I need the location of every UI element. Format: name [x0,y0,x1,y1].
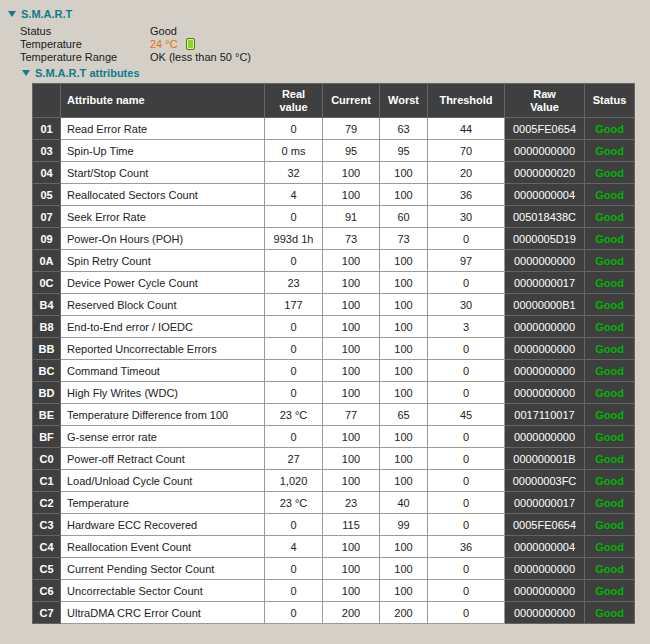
attribute-name: UltraDMA CRC Error Count [61,602,265,624]
table-row[interactable]: C0 Power-off Retract Count 27 100 100 0 … [33,448,635,470]
attribute-id: C2 [33,492,61,514]
real-value: 23 °C [265,492,323,514]
status-badge: Good [585,470,635,492]
table-row[interactable]: BE Temperature Difference from 100 23 °C… [33,404,635,426]
threshold-value: 3 [428,316,505,338]
smart-attributes-header[interactable]: S.M.A.R.T attributes [22,67,650,79]
attribute-id: 01 [33,118,61,140]
current-value: 100 [323,162,380,184]
raw-value: 00000000B1 [505,294,585,316]
threshold-value: 0 [428,448,505,470]
attribute-name: Command Timeout [61,360,265,382]
attribute-id: BE [33,404,61,426]
worst-value: 100 [380,316,428,338]
raw-value: 00000003FC [505,470,585,492]
attribute-id: C7 [33,602,61,624]
worst-value: 100 [380,360,428,382]
attribute-name: Power-On Hours (POH) [61,228,265,250]
attribute-name: Spin-Up Time [61,140,265,162]
status-badge: Good [585,338,635,360]
table-row[interactable]: 05 Reallocated Sectors Count 4 100 100 3… [33,184,635,206]
current-value: 100 [323,470,380,492]
status-badge: Good [585,360,635,382]
raw-value: 0005FE0654 [505,118,585,140]
table-row[interactable]: BD High Fly Writes (WDC) 0 100 100 0 000… [33,382,635,404]
raw-value: 0000000017 [505,272,585,294]
real-value: 0 [265,338,323,360]
temperature-range-row: Temperature Range OK (less than 50 °C) [20,50,650,63]
raw-value: 0017110017 [505,404,585,426]
raw-value: 0000000000 [505,580,585,602]
current-value: 95 [323,140,380,162]
threshold-value: 0 [428,470,505,492]
real-value: 0 [265,514,323,536]
raw-value: 005018438C [505,206,585,228]
attribute-id: C0 [33,448,61,470]
table-row[interactable]: 01 Read Error Rate 0 79 63 44 0005FE0654… [33,118,635,140]
status-badge: Good [585,580,635,602]
table-row[interactable]: BC Command Timeout 0 100 100 0 000000000… [33,360,635,382]
table-row[interactable]: C1 Load/Unload Cycle Count 1,020 100 100… [33,470,635,492]
attribute-id: 05 [33,184,61,206]
attribute-name: Reported Uncorrectable Errors [61,338,265,360]
worst-value: 100 [380,184,428,206]
current-value: 79 [323,118,380,140]
table-row[interactable]: 09 Power-On Hours (POH) 993d 1h 73 73 0 … [33,228,635,250]
raw-value: 0000000000 [505,426,585,448]
current-value: 100 [323,294,380,316]
table-row[interactable]: C3 Hardware ECC Recovered 0 115 99 0 000… [33,514,635,536]
table-row[interactable]: 0A Spin Retry Count 0 100 100 97 0000000… [33,250,635,272]
real-value: 0 [265,382,323,404]
current-value: 100 [323,536,380,558]
attribute-id: 0A [33,250,61,272]
raw-value: 0000000000 [505,250,585,272]
table-row[interactable]: C4 Reallocation Event Count 4 100 100 36… [33,536,635,558]
threshold-value: 0 [428,228,505,250]
table-row[interactable]: C5 Current Pending Sector Count 0 100 10… [33,558,635,580]
status-badge: Good [585,140,635,162]
table-row[interactable]: B4 Reserved Block Count 177 100 100 30 0… [33,294,635,316]
attribute-name: Power-off Retract Count [61,448,265,470]
real-value: 177 [265,294,323,316]
status-badge: Good [585,404,635,426]
current-value: 100 [323,272,380,294]
current-value: 115 [323,514,380,536]
real-value: 4 [265,184,323,206]
attribute-name: Read Error Rate [61,118,265,140]
worst-value: 100 [380,470,428,492]
raw-value: 0000000004 [505,536,585,558]
table-row[interactable]: C2 Temperature 23 °C 23 40 0 0000000017 … [33,492,635,514]
table-row[interactable]: 0C Device Power Cycle Count 23 100 100 0… [33,272,635,294]
table-row[interactable]: 04 Start/Stop Count 32 100 100 20 000000… [33,162,635,184]
raw-value: 0000005D19 [505,228,585,250]
real-value: 0 [265,316,323,338]
table-row[interactable]: B8 End-to-End error / IOEDC 0 100 100 3 … [33,316,635,338]
status-row: Status Good [20,24,650,37]
table-row[interactable]: C7 UltraDMA CRC Error Count 0 200 200 0 … [33,602,635,624]
raw-value: 0000000000 [505,558,585,580]
threshold-value: 44 [428,118,505,140]
attribute-name: G-sense error rate [61,426,265,448]
raw-value: 0000000000 [505,360,585,382]
status-badge: Good [585,382,635,404]
threshold-value: 45 [428,404,505,426]
table-row[interactable]: 03 Spin-Up Time 0 ms 95 95 70 0000000000… [33,140,635,162]
worst-value: 65 [380,404,428,426]
table-row[interactable]: C6 Uncorrectable Sector Count 0 100 100 … [33,580,635,602]
attribute-id: 03 [33,140,61,162]
table-row[interactable]: 07 Seek Error Rate 0 91 60 30 005018438C… [33,206,635,228]
temperature-status-icon [186,38,195,50]
attribute-id: 0C [33,272,61,294]
status-badge: Good [585,426,635,448]
smart-section-header[interactable]: S.M.A.R.T [8,8,650,20]
threshold-value: 30 [428,294,505,316]
threshold-value: 36 [428,536,505,558]
attribute-id: BD [33,382,61,404]
status-badge: Good [585,272,635,294]
table-row[interactable]: BF G-sense error rate 0 100 100 0 000000… [33,426,635,448]
real-value: 27 [265,448,323,470]
current-value: 100 [323,580,380,602]
table-row[interactable]: BB Reported Uncorrectable Errors 0 100 1… [33,338,635,360]
smart-section-title: S.M.A.R.T [21,8,72,20]
status-badge: Good [585,536,635,558]
